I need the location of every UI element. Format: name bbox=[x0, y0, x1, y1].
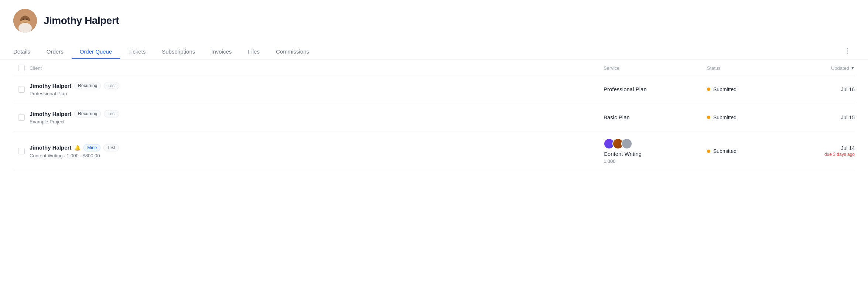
svg-point-7 bbox=[847, 48, 848, 49]
row-3-client-sub: Content Writing · 1,000 · $800.00 bbox=[30, 153, 604, 158]
svg-point-8 bbox=[847, 51, 848, 52]
col-service: Service bbox=[604, 65, 707, 71]
tabs: Details Orders Order Queue Tickets Subsc… bbox=[13, 45, 840, 59]
row-3-status-dot bbox=[707, 150, 710, 153]
row-3-status-text: Submitted bbox=[713, 148, 737, 154]
row-3-checkbox[interactable] bbox=[18, 148, 25, 154]
row-3-client-name: Jimothy Halpert bbox=[30, 144, 71, 151]
col-status: Status bbox=[707, 65, 781, 71]
row-2-date-main: Jul 15 bbox=[841, 114, 855, 120]
page-title: Jimothy Halpert bbox=[44, 15, 119, 27]
row-3-date-cell: Jul 14 due 3 days ago bbox=[781, 145, 855, 157]
row-3-date-sub: due 3 days ago bbox=[824, 152, 855, 157]
table-row[interactable]: Jimothy Halpert Recurring Test Professio… bbox=[13, 75, 855, 103]
select-all-checkbox[interactable] bbox=[18, 65, 25, 71]
row-3-service-cell: Content Writing 1,000 bbox=[604, 138, 707, 164]
header: Jimothy Halpert bbox=[0, 0, 868, 33]
row-3-client-name-row: Jimothy Halpert 🔔 Mine Test bbox=[30, 144, 604, 151]
row-2-service-name: Basic Plan bbox=[604, 114, 707, 120]
bell-icon: 🔔 bbox=[74, 145, 81, 151]
tab-order-queue[interactable]: Order Queue bbox=[72, 45, 120, 59]
row-1-badge-test: Test bbox=[104, 82, 119, 89]
row-2-client-name: Jimothy Halpert bbox=[30, 111, 71, 117]
tab-details[interactable]: Details bbox=[13, 45, 38, 59]
row-3-date-main: Jul 14 bbox=[841, 145, 855, 151]
row-2-client-name-row: Jimothy Halpert Recurring Test bbox=[30, 110, 604, 117]
avatar bbox=[13, 9, 37, 33]
row-2-client-sub: Example Project bbox=[30, 119, 604, 124]
row-1-client-sub: Professional Plan bbox=[30, 91, 604, 96]
row-2-service-cell: Basic Plan bbox=[604, 114, 707, 120]
row-2-checkbox-cell[interactable] bbox=[13, 114, 30, 121]
table-row[interactable]: Jimothy Halpert 🔔 Mine Test Content Writ… bbox=[13, 131, 855, 171]
assignee-avatar-3 bbox=[621, 138, 632, 149]
svg-point-4 bbox=[23, 18, 24, 20]
row-1-client-cell: Jimothy Halpert Recurring Test Professio… bbox=[30, 82, 604, 96]
row-2-status-cell: Submitted bbox=[707, 114, 781, 120]
row-1-date-main: Jul 16 bbox=[841, 86, 855, 92]
row-1-status-dot bbox=[707, 88, 710, 91]
row-1-badge-recurring: Recurring bbox=[74, 82, 101, 89]
row-2-status-dot bbox=[707, 116, 710, 119]
more-options-button[interactable] bbox=[840, 44, 855, 58]
row-3-badge-mine: Mine bbox=[83, 144, 100, 151]
tab-orders[interactable]: Orders bbox=[38, 45, 72, 59]
row-3-checkbox-cell[interactable] bbox=[13, 148, 30, 154]
tabs-container: Details Orders Order Queue Tickets Subsc… bbox=[0, 37, 868, 59]
table-row[interactable]: Jimothy Halpert Recurring Test Example P… bbox=[13, 103, 855, 131]
tab-invoices[interactable]: Invoices bbox=[203, 45, 240, 59]
svg-point-5 bbox=[26, 18, 28, 20]
row-1-status-cell: Submitted bbox=[707, 86, 781, 92]
row-1-status-text: Submitted bbox=[713, 86, 737, 92]
col-client: Client bbox=[30, 65, 604, 71]
row-1-checkbox-cell[interactable] bbox=[13, 86, 30, 93]
row-2-badge-test: Test bbox=[104, 110, 119, 117]
row-3-service-detail: 1,000 bbox=[604, 158, 707, 164]
row-2-badge-recurring: Recurring bbox=[74, 110, 101, 117]
assignees bbox=[604, 138, 630, 149]
row-2-date-cell: Jul 15 bbox=[781, 114, 855, 120]
tab-subscriptions[interactable]: Subscriptions bbox=[154, 45, 203, 59]
row-3-client-cell: Jimothy Halpert 🔔 Mine Test Content Writ… bbox=[30, 144, 604, 158]
table-header: Client Service Status Updated ▼ bbox=[13, 59, 855, 75]
row-2-status-text: Submitted bbox=[713, 114, 737, 120]
row-1-service-name: Professional Plan bbox=[604, 86, 707, 92]
avatar-image bbox=[13, 9, 37, 33]
row-2-client-cell: Jimothy Halpert Recurring Test Example P… bbox=[30, 110, 604, 124]
row-1-date-cell: Jul 16 bbox=[781, 86, 855, 92]
row-1-service-cell: Professional Plan bbox=[604, 86, 707, 92]
select-all-checkbox-cell[interactable] bbox=[13, 65, 30, 71]
row-3-service-name: Content Writing bbox=[604, 151, 707, 157]
tab-tickets[interactable]: Tickets bbox=[120, 45, 154, 59]
row-1-client-name-row: Jimothy Halpert Recurring Test bbox=[30, 82, 604, 89]
row-3-status-cell: Submitted bbox=[707, 148, 781, 154]
tab-files[interactable]: Files bbox=[240, 45, 268, 59]
row-2-checkbox[interactable] bbox=[18, 114, 25, 121]
row-3-badge-test: Test bbox=[103, 144, 119, 151]
svg-point-9 bbox=[847, 53, 848, 54]
sort-icon: ▼ bbox=[851, 66, 855, 70]
table-container: Client Service Status Updated ▼ Jimothy … bbox=[0, 59, 868, 171]
row-1-checkbox[interactable] bbox=[18, 86, 25, 93]
tab-commissions[interactable]: Commissions bbox=[268, 45, 317, 59]
row-1-client-name: Jimothy Halpert bbox=[30, 83, 71, 89]
page-container: Jimothy Halpert Details Orders Order Que… bbox=[0, 0, 868, 294]
col-updated[interactable]: Updated ▼ bbox=[781, 65, 855, 71]
